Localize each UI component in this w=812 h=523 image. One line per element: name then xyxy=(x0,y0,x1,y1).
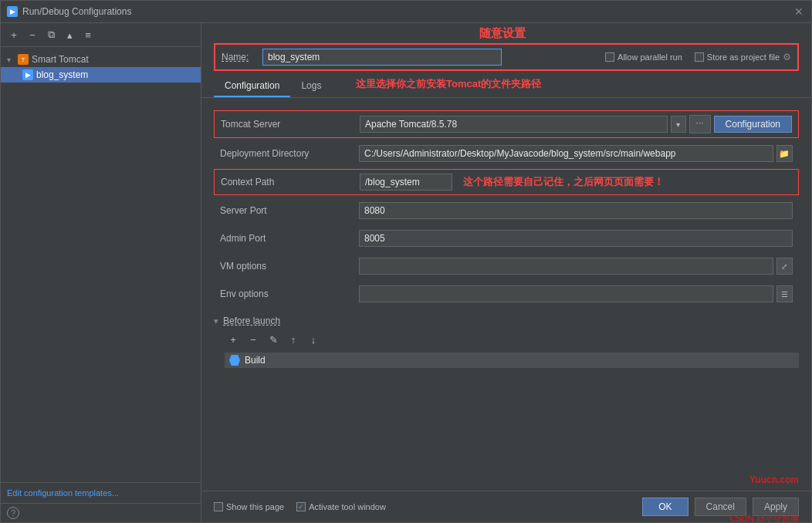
watermark1: Yuucn.com xyxy=(749,474,799,485)
store-project-checkbox[interactable] xyxy=(695,52,704,62)
server-port-value-container xyxy=(359,202,793,219)
main-content: + − ⧉ ▴ ≡ ▾ T Smart Tomcat ▶ blog_system xyxy=(1,23,811,522)
edit-templates-link[interactable]: Edit configuration templates... xyxy=(7,488,119,498)
env-options-input[interactable] xyxy=(359,285,773,302)
before-launch-down-button[interactable]: ↓ xyxy=(305,331,322,348)
admin-port-input[interactable] xyxy=(359,230,793,247)
watermark2: CSDN @小空前胸 xyxy=(730,513,799,522)
tree-group-smart-tomcat: ▾ T Smart Tomcat ▶ blog_system xyxy=(1,50,201,84)
tab-logs[interactable]: Logs xyxy=(290,76,332,97)
before-launch-toolbar: + − ✎ ↑ ↓ xyxy=(225,331,799,348)
tabs-row: Configuration Logs 这里选择你之前安装Tomcat的文件夹路径 xyxy=(201,76,811,98)
tomcat-browse-button[interactable]: ··· xyxy=(689,115,711,133)
build-item: Build xyxy=(225,353,799,368)
bottom-right: OK Cancel Apply Yuucn.com CSDN @小空前胸 xyxy=(642,498,799,516)
bottom-checkboxes: Show this page Activate tool window xyxy=(214,502,386,511)
copy-config-button[interactable]: ⧉ xyxy=(42,26,59,43)
allow-parallel-option: Allow parallel run xyxy=(605,52,682,62)
tomcat-server-label: Tomcat Server xyxy=(221,119,360,130)
activate-tool-option: Activate tool window xyxy=(296,502,386,511)
build-label: Build xyxy=(245,355,266,366)
deployment-dir-folder-icon[interactable]: 📁 xyxy=(776,145,793,162)
right-options: Allow parallel run Store as project file… xyxy=(605,52,791,62)
build-icon xyxy=(229,355,240,366)
admin-port-label: Admin Port xyxy=(220,233,359,244)
admin-port-value-container xyxy=(359,230,793,247)
tomcat-server-select[interactable]: Apache Tomcat/8.5.78 xyxy=(360,116,668,133)
bottom-bar: Show this page Activate tool window OK C… xyxy=(201,491,811,522)
sort-config-button[interactable]: ≡ xyxy=(80,26,96,43)
before-launch-arrow[interactable]: ▾ xyxy=(214,316,218,326)
server-port-row: Server Port xyxy=(214,198,799,223)
sidebar-item-smart-tomcat[interactable]: ▾ T Smart Tomcat xyxy=(1,52,201,67)
deployment-dir-value-container: 📁 xyxy=(359,145,793,162)
activate-tool-checkbox[interactable] xyxy=(296,502,306,511)
moveup-config-button[interactable]: ▴ xyxy=(61,26,78,43)
tomcat-server-value-container: Apache Tomcat/8.5.78 ▾ ··· Configuration xyxy=(360,115,792,133)
store-project-gear-icon[interactable]: ⚙ xyxy=(783,52,791,62)
vm-options-input[interactable] xyxy=(359,258,773,275)
env-options-label: Env options xyxy=(220,288,359,299)
sidebar-tree: ▾ T Smart Tomcat ▶ blog_system xyxy=(1,47,201,482)
tomcat-group-icon: T xyxy=(18,54,29,65)
store-project-label: Store as project file xyxy=(707,52,780,62)
context-path-value-container: 这个路径需要自己记住，之后网页页面需要！ xyxy=(360,174,792,191)
sidebar: + − ⧉ ▴ ≡ ▾ T Smart Tomcat ▶ blog_system xyxy=(1,23,201,522)
annotation-tabs: 这里选择你之前安装Tomcat的文件夹路径 xyxy=(356,77,541,91)
run-debug-dialog: ▶ Run/Debug Configurations ✕ + − ⧉ ▴ ≡ ▾… xyxy=(0,0,812,523)
sidebar-group-label: Smart Tomcat xyxy=(32,54,89,65)
vm-options-row: VM options ⤢ xyxy=(214,254,799,278)
add-config-button[interactable]: + xyxy=(5,26,22,43)
allow-parallel-label: Allow parallel run xyxy=(617,52,682,62)
expand-arrow: ▾ xyxy=(7,56,15,64)
server-port-label: Server Port xyxy=(220,205,359,216)
sidebar-item-label: blog_system xyxy=(36,69,88,80)
context-path-input[interactable] xyxy=(360,174,452,191)
deployment-dir-input[interactable] xyxy=(359,145,773,162)
title-bar: ▶ Run/Debug Configurations ✕ xyxy=(1,1,811,23)
before-launch-up-button[interactable]: ↑ xyxy=(285,331,302,348)
show-page-option: Show this page xyxy=(214,502,284,511)
close-button[interactable]: ✕ xyxy=(793,5,805,18)
help-button[interactable]: ? xyxy=(7,507,19,519)
top-section: 随意设置 Name: Allow parallel run Store as p… xyxy=(201,23,811,76)
config-panel: Tomcat Server Apache Tomcat/8.5.78 ▾ ···… xyxy=(201,98,811,491)
show-page-label: Show this page xyxy=(226,502,284,511)
env-options-expand-icon[interactable]: ☰ xyxy=(776,285,793,302)
dialog-title: Run/Debug Configurations xyxy=(22,6,131,17)
right-panel: 随意设置 Name: Allow parallel run Store as p… xyxy=(201,23,811,522)
vm-options-expand-icon[interactable]: ⤢ xyxy=(776,258,793,275)
before-launch-add-button[interactable]: + xyxy=(225,331,242,348)
annotation-top: 随意设置 xyxy=(479,26,526,41)
store-project-option: Store as project file ⚙ xyxy=(695,52,791,62)
title-bar-left: ▶ Run/Debug Configurations xyxy=(7,6,131,17)
deployment-dir-row: Deployment Directory 📁 xyxy=(214,141,799,166)
name-row-container: Name: Allow parallel run Store as projec… xyxy=(214,43,799,71)
show-page-checkbox[interactable] xyxy=(214,502,223,511)
annotation-context: 这个路径需要自己记住，之后网页页面需要！ xyxy=(463,175,664,189)
deployment-dir-label: Deployment Directory xyxy=(220,148,359,159)
sidebar-item-blog-system[interactable]: ▶ blog_system xyxy=(1,67,201,83)
tab-configuration[interactable]: Configuration xyxy=(214,76,290,97)
configuration-button[interactable]: Configuration xyxy=(714,116,792,133)
context-path-row: Context Path 这个路径需要自己记住，之后网页页面需要！ xyxy=(214,169,799,195)
activate-tool-label: Activate tool window xyxy=(309,502,386,511)
run-config-icon: ▶ xyxy=(22,69,33,80)
dialog-icon: ▶ xyxy=(7,6,18,17)
before-launch-header: ▾ Before launch xyxy=(214,315,799,326)
remove-config-button[interactable]: − xyxy=(24,26,41,43)
name-input[interactable] xyxy=(262,49,502,66)
sidebar-footer: Edit configuration templates... xyxy=(1,482,201,503)
ok-button[interactable]: OK xyxy=(642,498,688,516)
before-launch-label: Before launch xyxy=(223,315,280,326)
sidebar-footer-bottom: ? xyxy=(1,503,201,522)
allow-parallel-checkbox[interactable] xyxy=(605,52,614,62)
before-launch-remove-button[interactable]: − xyxy=(245,331,262,348)
sidebar-toolbar: + − ⧉ ▴ ≡ xyxy=(1,23,201,47)
env-options-value-container: ☰ xyxy=(359,285,793,302)
before-launch-edit-button[interactable]: ✎ xyxy=(265,331,282,348)
admin-port-row: Admin Port xyxy=(214,226,799,251)
tomcat-server-row: Tomcat Server Apache Tomcat/8.5.78 ▾ ···… xyxy=(214,110,799,138)
tomcat-dropdown-arrow[interactable]: ▾ xyxy=(671,116,686,133)
server-port-input[interactable] xyxy=(359,202,793,219)
